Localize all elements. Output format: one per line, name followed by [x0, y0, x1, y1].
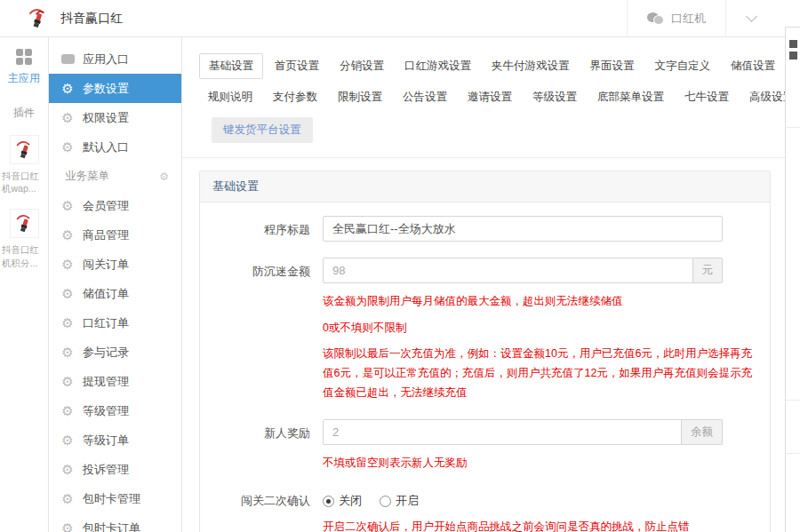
rail-plugins-label: 插件	[13, 106, 35, 121]
section-gear-icon[interactable]: ⚙	[159, 171, 169, 183]
basic-settings-panel: 基础设置 程序标题 防沉迷金额 元	[199, 171, 771, 532]
top-header: 抖音赢口红 口红机	[0, 0, 800, 37]
sidebar-item-label: 等级管理	[83, 403, 129, 419]
app-window: 抖音赢口红 口红机 主应用 插件 抖音口红机wap...抖音口红机积分...	[0, 0, 800, 532]
settings-sidebar: 应用入口⚙参数设置⚙权限设置⚙默认入口 业务菜单 ⚙ ⚙会员管理⚙商品管理⚙闯关…	[49, 37, 182, 532]
sidebar-item-label: 会员管理	[83, 198, 129, 214]
anti-addiction-input[interactable]	[323, 258, 693, 283]
anti-addiction-label: 防沉迷金额	[212, 258, 310, 403]
tab-item[interactable]: 储值设置	[722, 53, 784, 79]
sidebar-item-label: 提现管理	[83, 374, 129, 390]
sidebar-item[interactable]: ⚙等级管理	[49, 396, 181, 425]
radio-open-label: 开启	[396, 493, 419, 509]
anti-addiction-input-group: 元	[323, 258, 723, 283]
tab-row-2: 规则说明支付参数限制设置公告设置邀请设置等级设置底部菜单设置七牛设置高级设置	[199, 84, 771, 110]
second-confirm-radio-group: 关闭 开启	[323, 487, 757, 509]
sidebar-item[interactable]: ⚙提现管理	[49, 367, 181, 396]
tab-row-1: 基础设置首页设置分销设置口红游戏设置夹牛付游戏设置界面设置文字自定义储值设置	[199, 53, 771, 79]
sidebar-item-label: 权限设置	[83, 110, 129, 126]
rail-item-main-app[interactable]: 主应用	[8, 49, 40, 86]
sidebar-item[interactable]: 应用入口	[49, 44, 181, 74]
tab-item[interactable]: 文字自定义	[646, 53, 720, 79]
program-title-label: 程序标题	[212, 216, 310, 242]
rail-plugin-item[interactable]: 抖音口红机wap...	[1, 135, 47, 195]
gear-icon: ⚙	[60, 199, 75, 212]
tab-item[interactable]: 基础设置	[199, 53, 263, 79]
sidebar-item[interactable]: ⚙商品管理	[49, 220, 181, 250]
sidebar-item[interactable]: ⚙投诉管理	[49, 455, 181, 484]
gear-icon: ⚙	[60, 258, 75, 271]
gear-icon: ⚙	[60, 521, 75, 532]
main-content: 基础设置首页设置分销设置口红游戏设置夹牛付游戏设置界面设置文字自定义储值设置 规…	[182, 37, 800, 532]
radio-selected-icon	[323, 496, 334, 507]
sidebar-item[interactable]: ⚙等级订单	[49, 425, 181, 455]
gear-icon: ⚙	[60, 140, 75, 154]
gear-icon: ⚙	[60, 463, 75, 476]
tab-item[interactable]: 口红游戏设置	[396, 53, 480, 79]
panel-title: 基础设置	[200, 171, 770, 202]
sidebar-item-label: 包时卡订单	[83, 520, 140, 532]
radio-unselected-icon	[380, 496, 391, 507]
plugin-lipstick-icon	[10, 135, 39, 164]
plugin-lipstick-icon	[10, 209, 39, 238]
tab-item[interactable]: 支付参数	[264, 84, 326, 110]
tab-item[interactable]: 分销设置	[331, 53, 393, 79]
gear-icon: ⚙	[60, 316, 75, 330]
sidebar-item[interactable]: ⚙权限设置	[49, 103, 181, 132]
tab-item[interactable]: 规则说明	[199, 84, 261, 110]
sidebar-section-business-menu: 业务菜单 ⚙	[49, 162, 181, 191]
newbie-reward-input-group: 余额	[323, 419, 723, 445]
rail-plugin-item[interactable]: 抖音口红机积分...	[1, 209, 47, 268]
sidebar-menu-group: ⚙会员管理⚙商品管理⚙闯关订单⚙储值订单⚙口红订单⚙参与记录⚙提现管理⚙等级管理…	[49, 191, 181, 532]
unit-addon-yuan: 元	[693, 258, 724, 283]
app-rail: 主应用 插件 抖音口红机wap...抖音口红机积分...	[0, 37, 49, 532]
tab-item[interactable]: 七牛设置	[676, 84, 738, 110]
newbie-reward-input[interactable]	[323, 419, 682, 445]
sidebar-item[interactable]: ⚙闯关订单	[49, 250, 181, 279]
cutoff-glyph-fragment	[789, 52, 797, 60]
sidebar-item[interactable]: ⚙包时卡订单	[49, 513, 181, 532]
anti-addiction-help-3: 该限制以最后一次充值为准，例如：设置金额10元，用户已充值6元，此时用户选择再充…	[323, 345, 757, 403]
page-title: 抖音赢口红	[60, 11, 123, 27]
sidebar-item[interactable]: ⚙会员管理	[49, 191, 181, 220]
sidebar-item-label: 等级订单	[83, 433, 129, 449]
account-switcher[interactable]: 口红机	[627, 0, 725, 36]
newbie-reward-label: 新人奖励	[212, 419, 310, 472]
sidebar-item[interactable]: ⚙默认入口	[49, 132, 181, 162]
tab-item[interactable]: 界面设置	[581, 53, 644, 79]
tab-item[interactable]: 邀请设置	[459, 84, 521, 110]
header-dropdown-toggle[interactable]	[725, 0, 777, 36]
sidebar-section-label: 业务菜单	[65, 169, 109, 184]
gear-icon: ⚙	[60, 111, 75, 124]
radio-option-open[interactable]: 开启	[380, 493, 419, 509]
gear-icon: ⚙	[60, 492, 75, 505]
rail-main-app-label: 主应用	[8, 71, 40, 86]
radio-option-close[interactable]: 关闭	[323, 493, 362, 509]
tab-item[interactable]: 底部菜单设置	[588, 84, 673, 110]
second-confirm-help: 开启二次确认后，用户开始点商品挑战之前会询问是否真的挑战，防止点错	[323, 520, 757, 532]
sidebar-item[interactable]: ⚙参数设置	[49, 74, 181, 103]
tab-item[interactable]: 公告设置	[394, 84, 456, 110]
page-body: 主应用 插件 抖音口红机wap...抖音口红机积分... 应用入口⚙参数设置⚙权…	[0, 37, 800, 532]
gear-icon: ⚙	[60, 345, 75, 359]
form-row-program-title: 程序标题	[212, 216, 757, 242]
gear-icon: ⚙	[60, 404, 75, 417]
tab-item[interactable]: 等级设置	[524, 84, 586, 110]
gear-icon: ⚙	[60, 433, 75, 447]
sidebar-item[interactable]: ⚙包时卡管理	[49, 484, 181, 513]
sidebar-item-label: 应用入口	[83, 52, 129, 67]
sidebar-item[interactable]: ⚙参与记录	[49, 337, 181, 367]
sidebar-top-group: 应用入口⚙参数设置⚙权限设置⚙默认入口	[49, 44, 181, 162]
tab-item[interactable]: 夹牛付游戏设置	[483, 53, 579, 79]
program-title-input[interactable]	[323, 216, 723, 242]
delivery-platform-settings-button[interactable]: 键发货平台设置	[212, 117, 313, 143]
sidebar-item[interactable]: ⚙口红订单	[49, 308, 181, 337]
gear-icon: ⚙	[60, 375, 75, 388]
tab-item[interactable]: 限制设置	[329, 84, 391, 110]
sidebar-item[interactable]: ⚙储值订单	[49, 279, 181, 308]
chevron-down-icon	[746, 11, 757, 22]
sidebar-item-label: 参与记录	[83, 345, 129, 361]
tab-item[interactable]: 首页设置	[266, 53, 328, 79]
sidebar-item-label: 商品管理	[83, 227, 129, 243]
sidebar-item-label: 口红订单	[83, 315, 129, 331]
